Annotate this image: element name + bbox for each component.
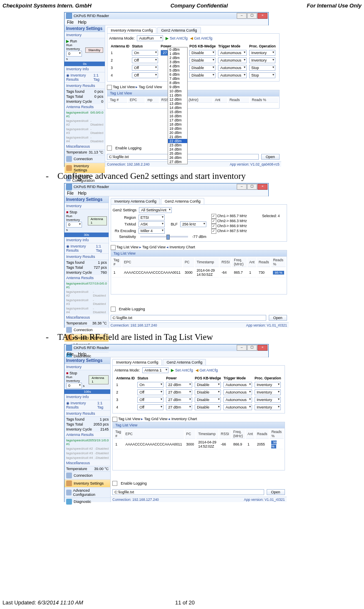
inv-results-tab[interactable]: Inventory Results [66, 73, 86, 82]
tgv-tab[interactable]: Tag Grid View [144, 417, 168, 421]
power-option[interactable]: 4 dBm [168, 64, 187, 68]
power-dropdown[interactable]: 0 dBm1 dBm2 dBm3 dBm4 dBm5 dBm6 dBm7 dBm… [168, 47, 188, 164]
power-option[interactable]: 3 dBm [168, 60, 187, 64]
menu-file[interactable]: File [67, 352, 74, 356]
tgv-tab[interactable]: Tag Grid View [139, 85, 162, 89]
tab-inventory-antenna-config[interactable]: Inventory Antenna Config [107, 27, 156, 33]
power-option[interactable]: 11 dBm [168, 93, 187, 97]
close-button[interactable]: × [258, 13, 267, 19]
tlv-radio[interactable] [107, 85, 112, 90]
chn1-check[interactable] [211, 214, 216, 219]
region-combo[interactable]: ETSI [139, 215, 165, 220]
ich-tab[interactable]: Inventory Chart [169, 245, 195, 249]
power-option[interactable]: 0 dBm [168, 47, 187, 52]
open-button[interactable]: Open [269, 315, 287, 321]
power-option[interactable]: 19 dBm [168, 126, 187, 131]
get-antcfg-link[interactable]: ◀ Get AntCfg [190, 36, 213, 40]
power-option[interactable]: 13 dBm [168, 102, 187, 106]
blf-combo[interactable]: 256 kHz [180, 221, 206, 227]
open-button[interactable]: Open [267, 489, 285, 495]
power-option[interactable]: 17 dBm [168, 118, 187, 122]
titlebar[interactable]: CKPoS RFID Reader –▢× [64, 183, 268, 190]
chn3-check[interactable] [211, 224, 216, 229]
stop-label[interactable]: Stop [69, 210, 77, 214]
power-option[interactable]: 2 dBm [168, 56, 187, 60]
tag-count-tab[interactable]: 1:1 Tag [93, 73, 103, 82]
power-option[interactable]: 21 dBm [168, 135, 187, 139]
power-option[interactable]: 12 dBm [168, 97, 187, 102]
power-option[interactable]: 23 dBm [168, 143, 187, 147]
tab-gen2-antenna-config[interactable]: Gen2 Antenna Config [157, 27, 201, 33]
minimize-button[interactable]: – [237, 345, 247, 351]
set-antcfg-link[interactable]: ▶ Set AntCfg [171, 368, 193, 372]
minimize-button[interactable]: – [237, 184, 247, 190]
power-option[interactable]: 18 dBm [168, 122, 187, 126]
enable-logging-check[interactable] [111, 307, 116, 312]
menu-help[interactable]: Help [78, 191, 87, 196]
tab-inventory-antenna-config[interactable]: Inventory Antenna Config [111, 198, 160, 204]
antenna-mode-combo[interactable]: Antenna 1 [142, 367, 168, 373]
gen2-settings-combo[interactable]: All Settings/Ant [139, 207, 172, 213]
trig-combo[interactable]: Autonomous [218, 50, 247, 56]
tab-inventory-antenna-config[interactable]: Inventory Antenna Config [112, 359, 162, 365]
chn4-check[interactable] [211, 229, 216, 234]
nav-connection[interactable]: Connection [64, 471, 110, 479]
power-option[interactable]: 14 dBm [168, 106, 187, 110]
titlebar[interactable]: CKPoS RFID Reader –▢× [64, 344, 268, 351]
power-option[interactable]: 22 dBm [168, 139, 187, 143]
power-option[interactable]: 1 dBm [168, 52, 187, 56]
tlv-radio[interactable] [111, 245, 116, 250]
power-option[interactable]: 9 dBm [168, 85, 187, 89]
run-label[interactable]: Run [70, 39, 77, 43]
open-button[interactable]: Open [261, 154, 280, 160]
chn2-check[interactable] [211, 219, 216, 224]
close-button[interactable]: × [258, 184, 267, 190]
txmod-combo[interactable]: ASK [139, 221, 165, 227]
tab-gen2-antenna-config[interactable]: Gen2 Antenna Config [163, 359, 206, 365]
maximize-button[interactable]: ▢ [247, 13, 257, 19]
enable-logging-check[interactable] [107, 146, 112, 151]
maximize-button[interactable]: ▢ [247, 345, 257, 351]
set-antcfg-link[interactable]: ▶ Set AntCfg [166, 36, 188, 40]
power-option[interactable]: 15 dBm [168, 110, 187, 114]
power-option[interactable]: 24 dBm [168, 147, 187, 151]
power-option[interactable]: 27 dBm [168, 160, 187, 164]
power-option[interactable]: 10 dBm [168, 89, 187, 93]
maximize-button[interactable]: ▢ [247, 184, 257, 190]
kb-combo[interactable]: Disable [189, 50, 215, 56]
menu-help[interactable]: Help [78, 352, 87, 356]
run-count[interactable]: 0 [66, 51, 82, 57]
nav-connection[interactable]: Connection [64, 155, 105, 163]
nav-diagnostic[interactable]: Diagnostic [64, 498, 110, 505]
menu-file[interactable]: File [67, 20, 74, 25]
tlv-radio[interactable] [112, 417, 117, 422]
nav-advanced-config[interactable]: Advanced Configuration [64, 487, 110, 498]
titlebar[interactable]: CKPoS RFID Reader – ▢ × [64, 12, 268, 19]
tgv-tab[interactable]: Tag Grid View [142, 245, 166, 249]
power-option[interactable]: 8 dBm [168, 81, 187, 85]
power-option[interactable]: 7 dBm [168, 77, 187, 81]
op-combo[interactable]: Inventory [249, 50, 275, 56]
run-count[interactable]: 0 [66, 383, 82, 389]
tab-gen2-antenna-config[interactable]: Gen2 Antenna Config [161, 198, 204, 204]
log-path-input[interactable]: C:\logfile.txt [111, 315, 266, 321]
status-combo[interactable]: On [132, 50, 158, 56]
power-option[interactable]: 20 dBm [168, 131, 187, 135]
enable-logging-check[interactable] [112, 481, 117, 486]
close-button[interactable]: × [258, 345, 267, 351]
rxenc-combo[interactable]: Miller 4 [139, 228, 165, 234]
stop-label[interactable]: Stop [69, 371, 77, 375]
menu-help[interactable]: Help [78, 20, 87, 25]
power-option[interactable]: 5 dBm [168, 68, 187, 72]
sensitivity-slider[interactable] [140, 236, 188, 238]
log-path-input[interactable]: C:\logfile.txt [112, 489, 264, 495]
ich-tab[interactable]: Inventory Chart [171, 417, 197, 421]
minimize-button[interactable]: – [237, 13, 247, 19]
run-count[interactable]: 0 [66, 222, 82, 228]
power-option[interactable]: 26 dBm [168, 156, 187, 160]
nav-inventory-settings[interactable]: Inventory Settings [64, 479, 110, 487]
power-option[interactable]: 16 dBm [168, 114, 187, 118]
power-option[interactable]: 6 dBm [168, 72, 187, 77]
get-antcfg-link[interactable]: ◀ Get AntCfg [196, 368, 218, 372]
menu-file[interactable]: File [67, 191, 74, 196]
